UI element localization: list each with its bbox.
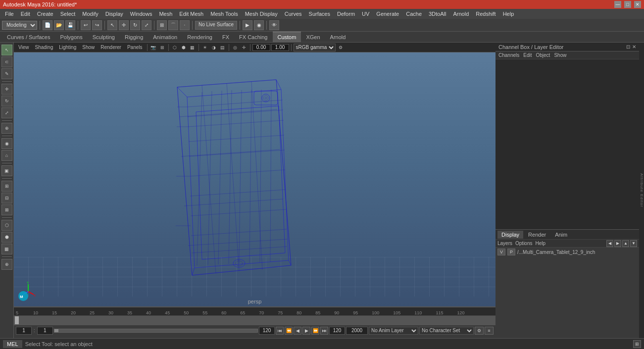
menu-cache[interactable]: Cache [403, 10, 425, 17]
vp-menu-renderer[interactable]: Renderer [98, 44, 124, 50]
select-tool-btn[interactable]: ↖ [1, 45, 12, 55]
vp-flat-icon[interactable]: ▦ [189, 44, 197, 51]
menu-edit-mesh[interactable]: Edit Mesh [176, 10, 206, 17]
vp-camera-icon[interactable]: 📷 [149, 44, 157, 51]
vp-menu-lighting[interactable]: Lighting [56, 44, 79, 50]
tab-sculpting[interactable]: Sculpting [88, 32, 120, 42]
tab-rendering[interactable]: Rendering [182, 32, 217, 42]
cb-menu-edit[interactable]: Edit [522, 52, 533, 58]
tab-anim[interactable]: Anim [551, 231, 571, 239]
tab-xgen[interactable]: XGen [301, 32, 325, 42]
layer-nav-prev-btn[interactable]: ◀ [606, 240, 613, 247]
show-manip-btn[interactable]: ▣ [1, 165, 12, 176]
script-editor-btn[interactable]: ⊞ [633, 340, 641, 348]
vp-light-icon[interactable]: ☀ [201, 44, 209, 51]
rotate-tool-btn[interactable]: ↻ [1, 96, 12, 106]
tab-arnold[interactable]: Arnold [325, 32, 351, 42]
next-frame-btn[interactable]: ⏩ [311, 327, 319, 335]
tab-fx-caching[interactable]: FX Caching [234, 32, 272, 42]
vp-gamma-input[interactable] [252, 44, 270, 51]
open-file-icon[interactable]: 📂 [54, 20, 64, 30]
menu-mesh-tools[interactable]: Mesh Tools [207, 10, 241, 17]
move-tool-btn[interactable]: ✛ [1, 84, 12, 95]
start-frame-display[interactable] [37, 327, 53, 335]
grid-btn-3[interactable]: ⊠ [1, 204, 12, 215]
autokey-btn[interactable]: ⚙ [475, 327, 484, 335]
menu-surfaces[interactable]: Surfaces [306, 10, 333, 17]
cb-menu-channels[interactable]: Channels [497, 52, 520, 58]
maximize-button[interactable]: □ [624, 1, 631, 8]
layer-visibility-btn[interactable]: V [497, 249, 505, 255]
snap-point-icon[interactable]: · [180, 20, 190, 30]
time-slider-handle[interactable] [15, 316, 19, 324]
flat-btn[interactable]: ▦ [1, 244, 12, 254]
vp-menu-shading[interactable]: Shading [33, 44, 56, 50]
layer-nav-down-btn[interactable]: ▼ [630, 240, 637, 247]
vp-menu-view[interactable]: View [16, 44, 32, 50]
vp-wireframe-icon[interactable]: ⬡ [171, 44, 179, 51]
module-dropdown[interactable]: Modeling [2, 21, 37, 30]
prev-frame-btn[interactable]: ◀ [294, 327, 301, 335]
menu-redshift[interactable]: Redshift [473, 10, 498, 17]
undo-icon[interactable]: ↩ [81, 20, 91, 30]
tab-rigging[interactable]: Rigging [120, 32, 148, 42]
status-tab-mel[interactable]: MEL [3, 340, 22, 348]
new-file-icon[interactable]: 📄 [43, 20, 52, 30]
range-end-input[interactable] [259, 327, 275, 335]
show-hide-icon[interactable]: 👁 [269, 20, 279, 30]
universal-manip-btn[interactable]: ⊕ [1, 123, 12, 134]
tab-curves-surfaces[interactable]: Curves / Surfaces [2, 32, 55, 42]
vp-shadow-icon[interactable]: ◑ [210, 44, 218, 51]
scale-tool-icon[interactable]: ⤢ [142, 20, 151, 30]
render-icon[interactable]: ▶ [243, 20, 252, 30]
frame-range-bar[interactable] [54, 329, 258, 333]
menu-help[interactable]: Help [500, 10, 517, 17]
menu-select[interactable]: Select [57, 10, 79, 17]
tab-render[interactable]: Render [524, 231, 550, 239]
menu-modify[interactable]: Modify [79, 10, 101, 17]
paint-select-btn[interactable]: ✎ [1, 68, 12, 79]
menu-edit[interactable]: Edit [18, 10, 33, 17]
time-slider[interactable] [14, 316, 495, 325]
move-tool-icon[interactable]: ✛ [119, 20, 129, 30]
anim-prefs-btn[interactable]: ≡ [485, 327, 494, 335]
rotate-tool-icon[interactable]: ↻ [130, 20, 140, 30]
no-live-surface-btn[interactable]: No Live Surface [195, 21, 237, 30]
viewport-canvas[interactable]: .wire { stroke: #2222cc; stroke-width: 0… [14, 52, 495, 306]
layer-nav-next-btn[interactable]: ▶ [614, 240, 621, 247]
tab-fx[interactable]: FX [217, 32, 234, 42]
tab-animation[interactable]: Animation [148, 32, 182, 42]
vp-grid-icon[interactable]: ⊞ [158, 44, 166, 51]
ipr-icon[interactable]: ◉ [254, 20, 264, 30]
cb-menu-show[interactable]: Show [553, 52, 567, 58]
vp-texture-icon[interactable]: ▤ [219, 44, 227, 51]
menu-display[interactable]: Display [102, 10, 126, 17]
save-file-icon[interactable]: 💾 [65, 20, 75, 30]
lasso-tool-btn[interactable]: ⊂ [1, 56, 12, 67]
vp-isolate-icon[interactable]: ◎ [231, 44, 239, 51]
panel-float-btn[interactable]: ⊡ [626, 44, 630, 50]
max-frame-input[interactable] [329, 327, 345, 335]
soft-mod-btn[interactable]: ◉ [1, 138, 12, 149]
snap-curve-icon[interactable]: ⌒ [168, 20, 178, 30]
menu-mesh-display[interactable]: Mesh Display [242, 10, 281, 17]
vp-settings-icon[interactable]: ⚙ [337, 44, 345, 51]
menu-mesh[interactable]: Mesh [156, 10, 175, 17]
char-set-dropdown[interactable]: No Character Set [419, 327, 474, 335]
step-back-btn[interactable]: ⏪ [285, 327, 293, 335]
vp-menu-show[interactable]: Show [80, 44, 97, 50]
menu-uv[interactable]: UV [359, 10, 372, 17]
minimize-button[interactable]: — [614, 1, 621, 8]
menu-file[interactable]: File [2, 10, 17, 17]
menu-windows[interactable]: Windows [127, 10, 155, 17]
options-menu[interactable]: Options [515, 241, 532, 246]
tab-display[interactable]: Display [497, 231, 523, 239]
scale-tool-btn[interactable]: ⤢ [1, 107, 12, 118]
menu-deform[interactable]: Deform [334, 10, 358, 17]
extra-btn-1[interactable]: ⊕ [1, 259, 12, 270]
smooth-btn[interactable]: ⬢ [1, 232, 12, 243]
layer-nav-up-btn[interactable]: ▲ [622, 240, 629, 247]
panel-close-btn[interactable]: ✕ [632, 44, 636, 50]
sculpt-btn[interactable]: ⌂ [1, 150, 12, 161]
menu-3dto-all[interactable]: 3DtoAll [426, 10, 449, 17]
